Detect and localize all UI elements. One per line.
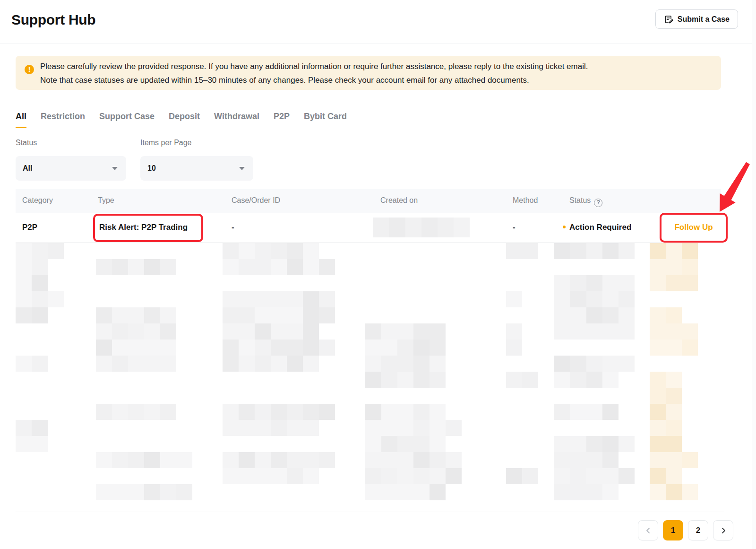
col-status-label: Status — [569, 196, 591, 204]
table-row: P2P Risk Alert: P2P Trading - - Action R… — [16, 213, 721, 243]
status-filter-dropdown[interactable]: All — [16, 156, 126, 181]
col-category: Category — [22, 196, 53, 205]
submit-case-icon — [664, 15, 673, 24]
notice-line-2: Note that case statuses are updated with… — [40, 73, 588, 87]
tab-withdrawal[interactable]: Withdrawal — [214, 112, 259, 128]
status-text: Action Required — [569, 223, 631, 232]
row-method: - — [513, 223, 515, 232]
page-header: Support Hub Submit a Case — [0, 0, 756, 44]
table-header: Category Type Case/Order ID Created on M… — [16, 189, 721, 213]
row-status: Action Required — [563, 223, 631, 232]
dropdown-caret-icon — [239, 167, 245, 170]
tab-all[interactable]: All — [16, 112, 26, 128]
tab-bybit-card[interactable]: Bybit Card — [304, 112, 347, 128]
notice-line-1: Please carefully review the provided res… — [40, 60, 588, 73]
notice-text: Please carefully review the provided res… — [40, 60, 588, 87]
warning-icon: ! — [25, 65, 34, 74]
col-type: Type — [98, 196, 114, 205]
follow-up-link[interactable]: Follow Up — [660, 223, 728, 232]
pagination-prev-button[interactable] — [638, 520, 658, 540]
items-per-page-value: 10 — [147, 164, 156, 173]
items-per-page-label: Items per Page — [140, 139, 192, 147]
status-help-icon[interactable]: ? — [594, 199, 602, 207]
notice-banner: ! Please carefully review the provided r… — [16, 56, 721, 90]
pagination-page-1-button[interactable]: 1 — [663, 520, 683, 540]
tab-deposit[interactable]: Deposit — [169, 112, 200, 128]
status-dot-icon — [563, 226, 566, 228]
tab-support-case[interactable]: Support Case — [99, 112, 155, 128]
tab-restriction[interactable]: Restriction — [41, 112, 85, 128]
col-status: Status? — [569, 196, 602, 207]
submit-case-label: Submit a Case — [678, 15, 730, 24]
scrollbar-track[interactable] — [752, 0, 756, 549]
col-created-on: Created on — [380, 196, 418, 205]
row-category: P2P — [22, 223, 37, 232]
pagination-next-button[interactable] — [713, 520, 733, 540]
redacted-created-on — [373, 218, 470, 237]
page-title: Support Hub — [11, 12, 95, 28]
pagination-page-2-button[interactable]: 2 — [688, 520, 708, 540]
submit-case-button[interactable]: Submit a Case — [655, 9, 738, 29]
col-method: Method — [513, 196, 538, 205]
dropdown-caret-icon — [112, 167, 118, 170]
chevron-left-icon — [645, 527, 652, 534]
row-case-order-id: - — [232, 223, 234, 232]
tab-p2p[interactable]: P2P — [274, 112, 290, 128]
support-hub-page: Support Hub Submit a Case ! Please caref… — [0, 0, 756, 549]
status-filter-label: Status — [16, 139, 37, 147]
col-case-order-id: Case/Order ID — [232, 196, 280, 205]
pagination: 1 2 — [638, 520, 733, 540]
row-type: Risk Alert: P2P Trading — [99, 223, 188, 232]
category-tabs: All Restriction Support Case Deposit Wit… — [16, 112, 347, 128]
items-per-page-dropdown[interactable]: 10 — [140, 156, 253, 181]
status-filter-value: All — [23, 164, 32, 173]
chevron-right-icon — [720, 527, 727, 534]
